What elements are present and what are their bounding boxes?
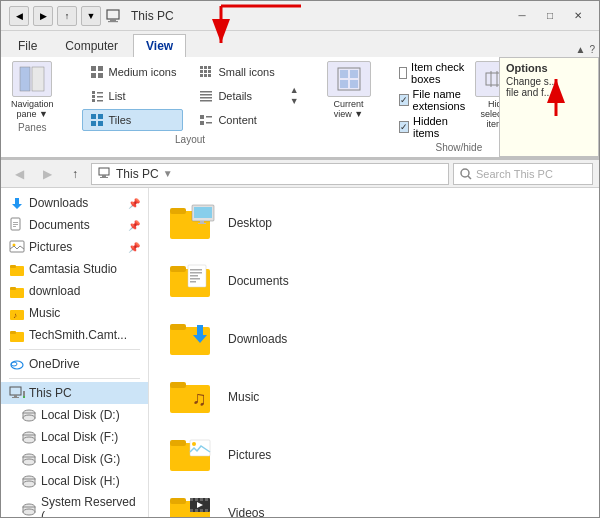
layout-group: Medium icons List Tiles	[82, 61, 299, 145]
techsmith-label: TechSmith.Camt...	[29, 328, 127, 342]
downloads-folder-label: Downloads	[228, 332, 287, 346]
svg-rect-126	[200, 498, 203, 501]
details-btn[interactable]: Details	[191, 85, 281, 107]
documents-folder-icon	[170, 261, 218, 301]
folder-tile-downloads[interactable]: Downloads	[161, 312, 441, 366]
sidebar-item-diskH[interactable]: Local Disk (H:)	[1, 470, 148, 492]
layout-expand-btn[interactable]: ▲▼	[290, 85, 299, 107]
sidebar-item-documents[interactable]: Documents 📌	[1, 214, 148, 236]
back-button[interactable]: ◀	[7, 163, 31, 185]
svg-rect-75	[23, 396, 25, 398]
svg-rect-106	[190, 269, 202, 271]
close-button[interactable]: ✕	[565, 4, 591, 28]
sidebar-item-diskG[interactable]: Local Disk (G:)	[1, 448, 148, 470]
panes-group: Navigationpane ▼ Panes	[7, 61, 58, 133]
hidden-items-cb[interactable]: ✓ Hidden items	[399, 115, 468, 139]
small-icons-btn[interactable]: Small icons	[191, 61, 281, 83]
svg-rect-16	[98, 114, 103, 119]
panes-label: Panes	[18, 122, 46, 133]
svg-rect-124	[190, 498, 193, 501]
sidebar-item-thispc[interactable]: This PC	[1, 382, 148, 404]
show-hide-group: Item check boxes ✓ File name extensions …	[399, 61, 520, 153]
maximize-button[interactable]: □	[537, 4, 563, 28]
minimize-button[interactable]: ─	[509, 4, 535, 28]
medium-icons-btn[interactable]: Medium icons	[82, 61, 184, 83]
music-folder-icon: ♫	[170, 377, 218, 417]
svg-rect-25	[200, 74, 203, 77]
search-bar[interactable]: Search This PC	[453, 163, 593, 185]
ribbon: File Computer View ▲ ?	[1, 31, 599, 160]
sidebar-item-camtasia[interactable]: Camtasia Studio	[1, 258, 148, 280]
tab-view[interactable]: View	[133, 34, 186, 57]
documents-pin: 📌	[128, 220, 140, 231]
show-hide-label: Show/hide	[436, 142, 483, 153]
list-btn[interactable]: List	[82, 85, 184, 107]
dropdown-qat[interactable]: ▼	[81, 6, 101, 26]
back-btn-qat[interactable]: ◀	[9, 6, 29, 26]
svg-rect-107	[190, 272, 202, 274]
diskG-icon	[21, 451, 37, 467]
sidebar-item-music[interactable]: ♪ Music	[1, 302, 148, 324]
svg-rect-104	[170, 266, 186, 272]
ribbon-toggle-btn[interactable]: ▲	[576, 44, 586, 55]
diskH-label: Local Disk (H:)	[41, 474, 120, 488]
sidebar-item-downloads[interactable]: Downloads 📌	[1, 192, 148, 214]
item-checkboxes-cb[interactable]: Item check boxes	[399, 61, 468, 85]
svg-point-120	[192, 442, 196, 446]
medium-icons-label: Medium icons	[109, 66, 177, 78]
sidebar-item-pictures[interactable]: Pictures 📌	[1, 236, 148, 258]
music-folder-label: Music	[228, 390, 259, 404]
help-btn[interactable]: ?	[589, 44, 595, 55]
svg-point-81	[23, 437, 35, 443]
address-dropdown[interactable]: ▼	[163, 168, 173, 179]
svg-rect-110	[190, 281, 196, 283]
current-view-btn[interactable]: Currentview ▼	[323, 61, 375, 119]
sidebar-item-download2[interactable]: download	[1, 280, 148, 302]
tiles-label: Tiles	[109, 114, 132, 126]
svg-text:♪: ♪	[13, 311, 17, 320]
file-ext-cb[interactable]: ✓ File name extensions	[399, 88, 468, 112]
techsmith-icon	[9, 327, 25, 343]
folder-tile-pictures[interactable]: Pictures	[161, 428, 441, 482]
up-button[interactable]: ↑	[63, 163, 87, 185]
tab-file[interactable]: File	[5, 34, 50, 57]
svg-rect-8	[98, 73, 103, 78]
sidebar-item-sysreserved[interactable]: System Reserved (	[1, 492, 148, 518]
title-bar: ◀ ▶ ↑ ▼ This PC ─ □ ✕	[1, 1, 599, 31]
sidebar-item-diskF[interactable]: Local Disk (F:)	[1, 426, 148, 448]
pictures-pin: 📌	[128, 242, 140, 253]
forward-button[interactable]: ▶	[35, 163, 59, 185]
list-icon	[89, 88, 105, 104]
svg-rect-32	[200, 115, 204, 119]
svg-rect-11	[92, 95, 95, 98]
up-btn-qat[interactable]: ↑	[57, 6, 77, 26]
svg-rect-56	[13, 222, 18, 223]
forward-btn-qat[interactable]: ▶	[33, 6, 53, 26]
sidebar-item-onedrive[interactable]: OneDrive	[1, 353, 148, 375]
thispc-icon	[9, 385, 25, 401]
folder-tile-documents[interactable]: Documents	[161, 254, 441, 308]
address-bar[interactable]: This PC ▼	[91, 163, 449, 185]
nav-pane-icon	[18, 65, 46, 93]
svg-rect-52	[100, 177, 108, 178]
svg-rect-109	[190, 278, 200, 280]
tiles-btn[interactable]: Tiles	[82, 109, 184, 131]
svg-rect-27	[208, 74, 211, 77]
folder-tile-videos[interactable]: Videos	[161, 486, 441, 518]
desktop-folder-icon	[170, 203, 218, 243]
hide-selected-label: Hide selecteditems	[475, 99, 519, 129]
svg-rect-131	[205, 509, 208, 512]
tab-computer[interactable]: Computer	[52, 34, 131, 57]
navigation-pane-btn[interactable]: Navigationpane ▼	[7, 61, 58, 119]
svg-rect-100	[194, 207, 212, 218]
hide-selected-btn[interactable]: Hide selecteditems	[475, 61, 519, 129]
svg-rect-127	[205, 498, 208, 501]
options-btn[interactable]: Options ▼	[543, 61, 595, 109]
content-icon	[198, 112, 214, 128]
content-btn[interactable]: Content	[191, 109, 281, 131]
folder-tile-desktop[interactable]: Desktop	[161, 196, 441, 250]
svg-rect-48	[560, 79, 578, 81]
folder-tile-music[interactable]: ♫ Music	[161, 370, 441, 424]
sidebar-item-diskD[interactable]: Local Disk (D:)	[1, 404, 148, 426]
sidebar-item-techsmith[interactable]: TechSmith.Camt...	[1, 324, 148, 346]
